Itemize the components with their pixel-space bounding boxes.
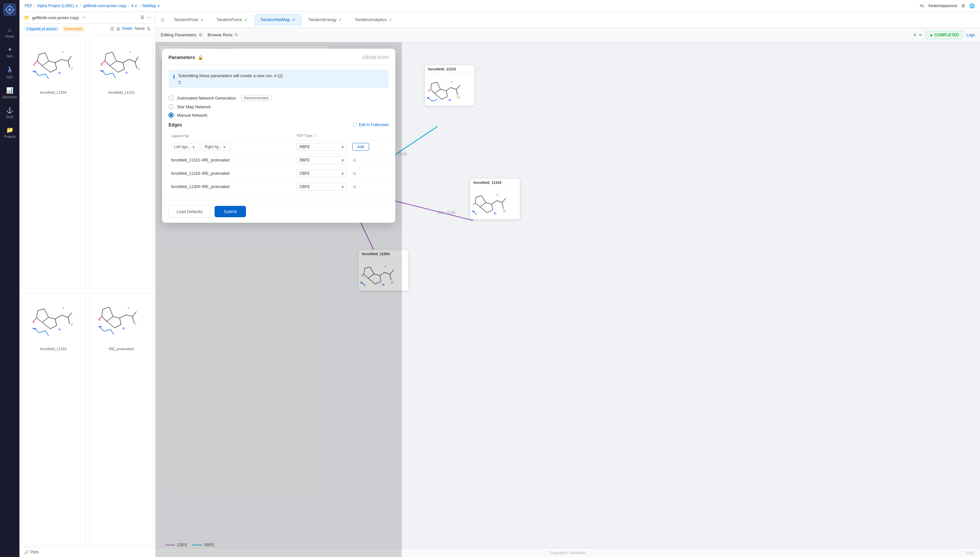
svg-text:Cl: Cl: [138, 68, 140, 70]
edge-row-3: forcefield_11304~IRE_protonated CBFE ∨ ✕: [169, 180, 389, 194]
svg-line-16: [37, 61, 42, 66]
svg-text:N: N: [427, 96, 429, 99]
globe-icon[interactable]: 🌐: [969, 3, 975, 8]
fep-type-select[interactable]: RBFE ∨: [297, 143, 347, 151]
name-label[interactable]: Name: [135, 26, 145, 31]
fields-label[interactable]: Fields: [122, 26, 133, 31]
tab-tandemforce[interactable]: TandemForce ✓: [211, 14, 254, 25]
svg-line-112: [431, 82, 437, 84]
settings-icon[interactable]: ⚙: [961, 3, 965, 8]
tab-tandemnetmap[interactable]: TandemNetMap ✓: [255, 14, 301, 25]
tab-tandempose[interactable]: TandemPose ✓: [168, 14, 210, 25]
edge-fep-select-2[interactable]: CBFE ∨: [297, 169, 347, 178]
sidebar-item-gen[interactable]: ✦ Gen: [0, 42, 20, 62]
svg-line-149: [476, 195, 481, 197]
editing-params-btn[interactable]: Editing Parameters ⚙: [161, 33, 203, 37]
app-logo[interactable]: [3, 3, 16, 16]
svg-line-39: [105, 54, 106, 61]
edges-table: Ligand Pair FEP Type ⓘ: [169, 131, 389, 194]
remove-edge-1-button[interactable]: ✕: [352, 158, 356, 163]
params-close-button[interactable]: close-icon: [362, 54, 389, 60]
fullscreen-button[interactable]: ⛶ Edit In Fullscreen: [353, 122, 389, 127]
svg-line-138: [480, 203, 486, 207]
radio-automated-label: Automated Network Generation: [177, 96, 236, 101]
right-ligand-select[interactable]: Right lig... ∨: [202, 143, 231, 151]
ligand-card-11319[interactable]: N F O Cl NH forcefield_11319: [21, 293, 86, 545]
molecule-11319: N F O Cl NH: [29, 296, 78, 345]
submit-button[interactable]: Submit: [215, 206, 245, 217]
sidebar: ⌂ Home ✦ Gen λ FEP 📊 Dynamics ⚓ Dock 📁 P…: [0, 0, 20, 557]
node-forcefield-11319[interactable]: forcefield_11319: [470, 178, 520, 220]
edge-fep-select-3[interactable]: CBFE ∨: [297, 183, 347, 191]
ligand-card-11315[interactable]: N F O Cl NH forcefield_11315: [89, 36, 154, 289]
radio-automated[interactable]: Automated Network Generation Recommended: [169, 95, 389, 101]
more-icon[interactable]: ⋯: [147, 15, 151, 20]
grid-view-icon[interactable]: ⊞: [116, 26, 120, 31]
breadcrumb-count[interactable]: 4 ∨: [131, 3, 137, 8]
breadcrumb-netmap[interactable]: NetMap ∨: [143, 3, 160, 8]
tandempose-check: ✓: [200, 17, 204, 22]
notice-text: Submitting these parameters will create …: [178, 73, 283, 78]
remove-edge-2-button[interactable]: ✕: [352, 171, 356, 176]
ligand-card-ire[interactable]: N F O Cl NH IRE_protonated: [89, 293, 154, 545]
edge-fep-select-1[interactable]: RBFE ∨: [297, 156, 347, 164]
svg-line-38: [105, 61, 110, 66]
plots-button[interactable]: 📈 Plots: [24, 550, 39, 554]
selected-badge[interactable]: Selected(0): [62, 26, 85, 31]
ligand-count-badge[interactable]: 4 ligands (4 active): [24, 26, 59, 31]
list-view-icon[interactable]: ☰: [110, 26, 114, 31]
home-tab[interactable]: ⌂: [161, 16, 164, 23]
svg-line-107: [451, 88, 456, 90]
svg-line-35: [129, 59, 135, 62]
dynamics-icon: 📊: [6, 87, 13, 94]
svg-text:O: O: [33, 64, 35, 67]
edge-remove-2: ✕: [350, 167, 389, 180]
menu-icon[interactable]: ☰: [141, 15, 144, 20]
edit-folder-icon[interactable]: ✏: [83, 15, 86, 20]
breadcrumb-project[interactable]: Alpha Project (LXM1) ∨: [37, 3, 78, 8]
sidebar-item-projects[interactable]: 📁 Projects: [0, 122, 20, 142]
svg-line-108: [456, 90, 458, 95]
logs-label[interactable]: Logs: [966, 33, 975, 37]
tab-tandemanalytics[interactable]: TandemAnalytics ✓: [349, 14, 398, 25]
fep-type-cell: RBFE ∨: [294, 140, 350, 154]
svg-line-140: [492, 204, 493, 210]
svg-line-32: [118, 69, 124, 72]
sidebar-item-dock[interactable]: ⚓ Dock: [0, 103, 20, 122]
svg-line-78: [120, 315, 126, 318]
username: frederickparsons: [928, 3, 957, 8]
svg-line-74: [113, 316, 120, 318]
notice-edit-link[interactable]: ✏: [178, 80, 283, 84]
radio-starmap[interactable]: Star Map Network: [169, 104, 389, 109]
browse-runs-btn[interactable]: Browse Runs ↻: [208, 33, 238, 37]
breadcrumb: FEP / Alpha Project (LXM1) ∨ / gefitinib…: [24, 3, 920, 8]
ligand-card-11304[interactable]: N F O Cl NH forcefield_11304: [21, 36, 86, 289]
plots-icon: 📈: [24, 550, 29, 554]
node-forcefield-11315[interactable]: forcefield_11315: [424, 65, 475, 106]
left-ligand-select[interactable]: Left liga... ∨: [171, 143, 200, 151]
sort-icon[interactable]: ⇅: [147, 26, 151, 31]
svg-text:N: N: [122, 327, 125, 330]
radio-starmap-circle: [169, 104, 174, 109]
radio-manual[interactable]: Manual Network: [169, 112, 389, 118]
tab-tandemenergy[interactable]: TandemEnergy ✓: [303, 14, 348, 25]
breadcrumb-fep[interactable]: FEP: [24, 3, 32, 8]
right-chevron-icon: ∨: [223, 145, 226, 149]
ligand-grid: N F O Cl NH forcefield_11304: [20, 34, 155, 547]
load-defaults-button[interactable]: Load Defaults: [169, 205, 211, 218]
remove-edge-3-button[interactable]: ✕: [352, 184, 356, 190]
sidebar-item-dynamics[interactable]: 📊 Dynamics: [0, 83, 20, 103]
edit-runs-icon[interactable]: ✏: [919, 33, 922, 37]
svg-text:F: F: [451, 80, 453, 84]
sidebar-label-dynamics: Dynamics: [3, 95, 17, 99]
sidebar-item-fep[interactable]: λ FEP: [0, 62, 20, 83]
svg-line-15: [68, 56, 71, 61]
svg-line-41: [112, 52, 116, 61]
svg-text:N: N: [59, 328, 60, 331]
add-edge-button[interactable]: Add: [352, 143, 369, 151]
svg-line-146: [502, 198, 506, 202]
breadcrumb-poses[interactable]: gefitinib-core-poses copy: [83, 3, 126, 8]
svg-line-7: [42, 61, 49, 66]
plots-label: Plots: [30, 550, 39, 554]
sidebar-item-home[interactable]: ⌂ Home: [0, 23, 20, 42]
